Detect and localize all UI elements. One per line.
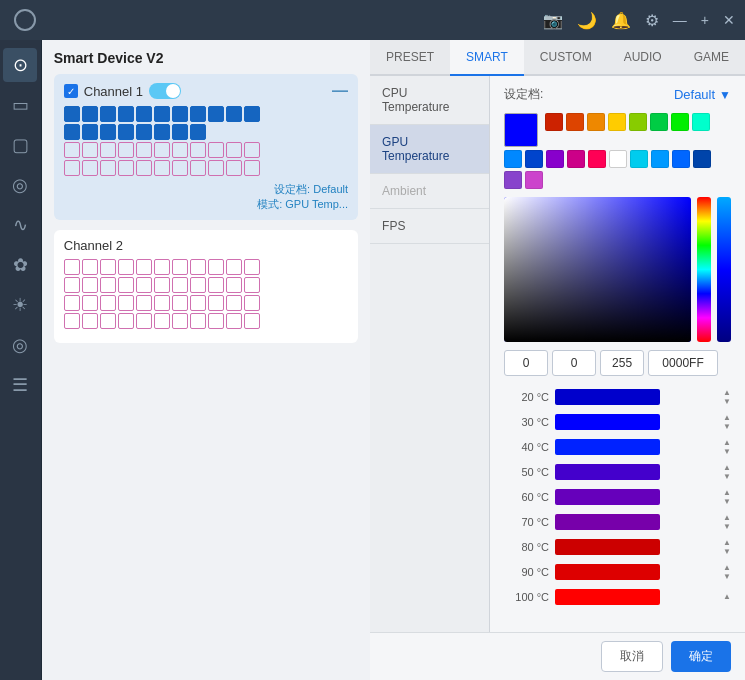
led-cell[interactable] [172, 259, 188, 275]
green-input[interactable]: 0 [552, 350, 596, 376]
led-cell[interactable] [226, 277, 242, 293]
led-cell[interactable] [154, 106, 170, 122]
led-cell[interactable] [118, 277, 134, 293]
sidebar-item-display[interactable]: ▢ [3, 128, 37, 162]
led-cell[interactable] [82, 259, 98, 275]
led-cell[interactable] [154, 277, 170, 293]
sidebar-item-list[interactable]: ☰ [3, 368, 37, 402]
swatch[interactable] [567, 150, 585, 168]
swatch[interactable] [587, 113, 605, 131]
bell-icon[interactable]: 🔔 [611, 11, 631, 30]
led-cell[interactable] [64, 259, 80, 275]
temp-bar-container-60[interactable] [555, 489, 717, 505]
led-cell[interactable] [100, 295, 116, 311]
led-cell[interactable] [226, 160, 242, 176]
temp-up-20[interactable]: ▲ [723, 389, 731, 397]
led-cell[interactable] [226, 259, 242, 275]
led-cell[interactable] [190, 259, 206, 275]
led-cell[interactable] [190, 295, 206, 311]
led-cell[interactable] [208, 142, 224, 158]
gear-icon[interactable]: ⚙ [645, 11, 659, 30]
swatch[interactable] [525, 150, 543, 168]
red-input[interactable]: 0 [504, 350, 548, 376]
close-button[interactable]: ✕ [723, 12, 735, 28]
led-cell[interactable] [82, 313, 98, 329]
led-cell[interactable] [118, 160, 134, 176]
swatch[interactable] [693, 150, 711, 168]
tab-audio[interactable]: AUDIO [608, 40, 678, 76]
temp-up-40[interactable]: ▲ [723, 439, 731, 447]
moon-icon[interactable]: 🌙 [577, 11, 597, 30]
camera-icon[interactable]: 📷 [543, 11, 563, 30]
swatch[interactable] [566, 113, 584, 131]
led-cell[interactable] [136, 142, 152, 158]
led-cell[interactable] [190, 124, 206, 140]
led-cell[interactable] [136, 124, 152, 140]
led-cell[interactable] [136, 277, 152, 293]
led-cell[interactable] [154, 313, 170, 329]
sidebar-item-fan[interactable]: ✿ [3, 248, 37, 282]
swatch[interactable] [671, 113, 689, 131]
temp-bar-container-20[interactable] [555, 389, 717, 405]
temp-down-80[interactable]: ▼ [723, 548, 731, 556]
led-cell[interactable] [208, 313, 224, 329]
temp-up-50[interactable]: ▲ [723, 464, 731, 472]
swatch[interactable] [588, 150, 606, 168]
led-cell[interactable] [118, 106, 134, 122]
channel1-remove-button[interactable]: — [332, 82, 348, 100]
sidebar-item-fan-curve[interactable]: ∿ [3, 208, 37, 242]
led-cell[interactable] [172, 313, 188, 329]
temp-down-50[interactable]: ▼ [723, 473, 731, 481]
led-cell[interactable] [208, 259, 224, 275]
swatch[interactable] [672, 150, 690, 168]
swatch[interactable] [651, 150, 669, 168]
blue-input[interactable]: 255 [600, 350, 644, 376]
led-cell[interactable] [100, 124, 116, 140]
led-cell[interactable] [244, 295, 260, 311]
led-cell[interactable] [154, 160, 170, 176]
led-cell[interactable] [100, 106, 116, 122]
cancel-button[interactable]: 取消 [601, 641, 663, 672]
led-cell[interactable] [172, 277, 188, 293]
led-cell[interactable] [100, 142, 116, 158]
swatch[interactable] [525, 171, 543, 189]
temp-bar-container-40[interactable] [555, 439, 717, 455]
sidebar-item-home[interactable]: ⊙ [3, 48, 37, 82]
led-cell[interactable] [208, 295, 224, 311]
swatch[interactable] [692, 113, 710, 131]
led-cell[interactable] [244, 259, 260, 275]
temp-up-90[interactable]: ▲ [723, 564, 731, 572]
swatch[interactable] [608, 113, 626, 131]
temp-up-30[interactable]: ▲ [723, 414, 731, 422]
led-cell[interactable] [154, 259, 170, 275]
led-cell[interactable] [190, 313, 206, 329]
temp-down-40[interactable]: ▼ [723, 448, 731, 456]
led-cell[interactable] [82, 160, 98, 176]
smart-item-gpu-temp[interactable]: GPU Temperature [370, 125, 489, 174]
swatch[interactable] [545, 113, 563, 131]
led-cell[interactable] [118, 259, 134, 275]
led-cell[interactable] [64, 124, 80, 140]
led-cell[interactable] [208, 106, 224, 122]
temp-bar-container-80[interactable] [555, 539, 717, 555]
temp-up-70[interactable]: ▲ [723, 514, 731, 522]
led-cell[interactable] [172, 106, 188, 122]
led-cell[interactable] [226, 106, 242, 122]
led-cell[interactable] [244, 106, 260, 122]
led-cell[interactable] [136, 106, 152, 122]
led-cell[interactable] [244, 160, 260, 176]
swatch[interactable] [504, 171, 522, 189]
temp-up-60[interactable]: ▲ [723, 489, 731, 497]
swatch[interactable] [629, 113, 647, 131]
led-cell[interactable] [82, 142, 98, 158]
tab-custom[interactable]: CUSTOM [524, 40, 608, 76]
led-cell[interactable] [118, 295, 134, 311]
led-cell[interactable] [172, 295, 188, 311]
temp-bar-container-70[interactable] [555, 514, 717, 530]
led-cell[interactable] [64, 106, 80, 122]
swatch[interactable] [630, 150, 648, 168]
led-cell[interactable] [82, 277, 98, 293]
temp-up-100[interactable]: ▲ [723, 593, 731, 601]
hex-input[interactable]: 0000FF [648, 350, 718, 376]
tab-smart[interactable]: SMART [450, 40, 524, 76]
